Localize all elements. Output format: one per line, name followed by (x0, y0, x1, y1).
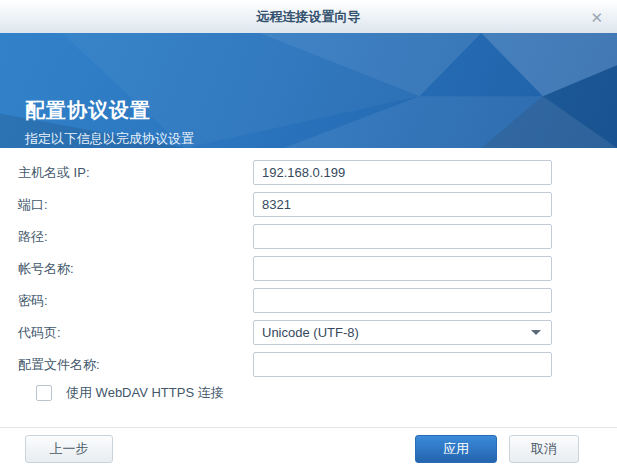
wizard-banner: 配置协议设置 指定以下信息以完成协议设置 (0, 33, 617, 148)
codepage-label: 代码页: (18, 324, 253, 342)
webdav-https-row: 使用 WebDAV HTTPS 连接 (18, 384, 617, 402)
form-row-account: 帐号名称: (18, 256, 617, 281)
password-label: 密码: (18, 292, 253, 310)
codepage-select[interactable]: Unicode (UTF-8) (253, 320, 552, 345)
form-row-profile-name: 配置文件名称: (18, 352, 617, 377)
chevron-down-icon (531, 330, 541, 335)
protocol-settings-form: 主机名或 IP: 端口: 路径: 帐号名称: 密码: 代码页: Unicode … (0, 148, 617, 402)
dialog-title: 远程连接设置向导 (257, 8, 361, 26)
codepage-selected-value: Unicode (UTF-8) (262, 325, 359, 340)
account-input[interactable] (253, 256, 552, 281)
path-input[interactable] (253, 224, 552, 249)
form-row-host: 主机名或 IP: (18, 160, 617, 185)
profile-name-input[interactable] (253, 352, 552, 377)
path-label: 路径: (18, 228, 253, 246)
host-label: 主机名或 IP: (18, 164, 253, 182)
form-row-codepage: 代码页: Unicode (UTF-8) (18, 320, 617, 345)
cancel-button[interactable]: 取消 (509, 435, 579, 463)
titlebar: 远程连接设置向导 ✕ (0, 0, 617, 33)
port-label: 端口: (18, 196, 253, 214)
close-icon[interactable]: ✕ (590, 9, 603, 24)
form-row-port: 端口: (18, 192, 617, 217)
apply-button[interactable]: 应用 (415, 435, 497, 463)
dialog-footer: 上一步 应用 取消 (0, 427, 617, 470)
banner-subtitle: 指定以下信息以完成协议设置 (25, 130, 194, 148)
remote-connection-wizard-dialog: 远程连接设置向导 ✕ 配置协议设置 指定以下信息以完成协议设置 主机名或 IP:… (0, 0, 617, 470)
form-row-path: 路径: (18, 224, 617, 249)
password-input[interactable] (253, 288, 552, 313)
form-row-password: 密码: (18, 288, 617, 313)
banner-title: 配置协议设置 (25, 97, 194, 124)
webdav-https-label: 使用 WebDAV HTTPS 连接 (66, 384, 224, 402)
back-button[interactable]: 上一步 (25, 435, 113, 463)
host-input[interactable] (253, 160, 552, 185)
webdav-https-checkbox[interactable] (36, 385, 52, 401)
account-label: 帐号名称: (18, 260, 253, 278)
profile-name-label: 配置文件名称: (18, 356, 253, 374)
port-input[interactable] (253, 192, 552, 217)
